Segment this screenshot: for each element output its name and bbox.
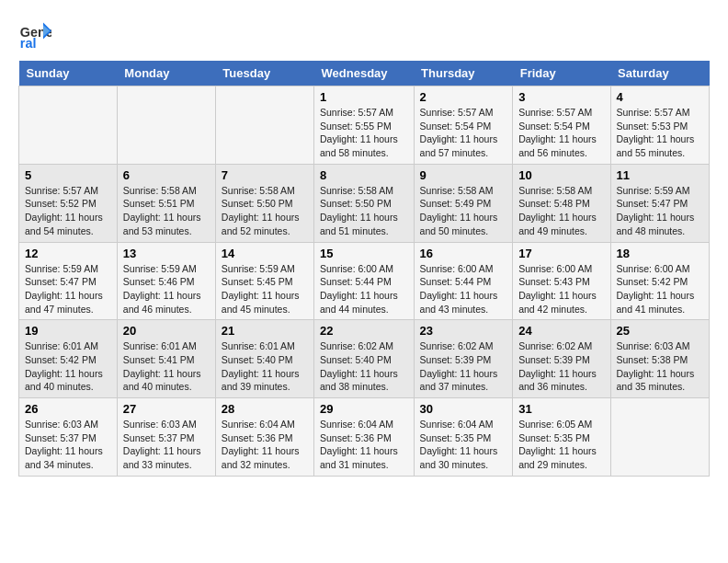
day-number: 2 [420, 90, 507, 104]
day-info: Sunrise: 6:00 AM Sunset: 5:42 PM Dayligh… [617, 262, 703, 316]
day-info: Sunrise: 6:05 AM Sunset: 5:35 PM Dayligh… [518, 418, 604, 472]
day-cell: 4Sunrise: 5:57 AM Sunset: 5:53 PM Daylig… [610, 86, 709, 165]
day-info: Sunrise: 5:58 AM Sunset: 5:48 PM Dayligh… [518, 184, 604, 238]
page-header: Gene ral [18, 18, 710, 52]
day-cell: 6Sunrise: 5:58 AM Sunset: 5:51 PM Daylig… [117, 164, 215, 242]
day-number: 23 [420, 324, 507, 338]
day-info: Sunrise: 6:04 AM Sunset: 5:36 PM Dayligh… [222, 418, 308, 472]
day-number: 31 [518, 402, 604, 416]
day-number: 26 [25, 402, 111, 416]
day-number: 10 [518, 168, 604, 182]
day-cell [19, 86, 118, 165]
day-number: 13 [123, 247, 210, 260]
day-number: 12 [25, 247, 111, 260]
day-cell: 14Sunrise: 5:59 AM Sunset: 5:45 PM Dayli… [215, 242, 313, 320]
day-info: Sunrise: 6:01 AM Sunset: 5:41 PM Dayligh… [123, 339, 210, 394]
logo-icon: Gene ral [18, 18, 51, 52]
day-cell: 3Sunrise: 5:57 AM Sunset: 5:54 PM Daylig… [513, 86, 610, 165]
weekday-thursday: Thursday [414, 61, 513, 86]
day-cell: 31Sunrise: 6:05 AM Sunset: 5:35 PM Dayli… [513, 398, 610, 477]
day-info: Sunrise: 6:03 AM Sunset: 5:37 PM Dayligh… [123, 418, 210, 472]
day-number: 28 [222, 402, 308, 416]
day-number: 24 [518, 324, 604, 338]
day-cell: 27Sunrise: 6:03 AM Sunset: 5:37 PM Dayli… [117, 398, 215, 477]
day-info: Sunrise: 5:59 AM Sunset: 5:45 PM Dayligh… [222, 262, 308, 316]
day-cell: 19Sunrise: 6:01 AM Sunset: 5:42 PM Dayli… [19, 320, 118, 398]
day-cell [215, 86, 313, 165]
day-info: Sunrise: 6:01 AM Sunset: 5:40 PM Dayligh… [222, 339, 308, 394]
day-cell: 21Sunrise: 6:01 AM Sunset: 5:40 PM Dayli… [215, 320, 313, 398]
day-cell [117, 86, 215, 165]
day-cell: 15Sunrise: 6:00 AM Sunset: 5:44 PM Dayli… [314, 242, 415, 320]
day-cell: 30Sunrise: 6:04 AM Sunset: 5:35 PM Dayli… [414, 398, 513, 477]
day-number: 14 [222, 247, 308, 260]
weekday-header-row: SundayMondayTuesdayWednesdayThursdayFrid… [19, 61, 710, 86]
day-number: 5 [25, 168, 111, 182]
week-row-5: 26Sunrise: 6:03 AM Sunset: 5:37 PM Dayli… [19, 398, 710, 477]
day-info: Sunrise: 6:03 AM Sunset: 5:37 PM Dayligh… [25, 418, 111, 472]
day-cell: 22Sunrise: 6:02 AM Sunset: 5:40 PM Dayli… [314, 320, 415, 398]
day-cell [610, 398, 709, 477]
day-info: Sunrise: 5:57 AM Sunset: 5:53 PM Dayligh… [617, 106, 703, 160]
day-cell: 13Sunrise: 5:59 AM Sunset: 5:46 PM Dayli… [117, 242, 215, 320]
day-number: 17 [518, 247, 604, 260]
day-number: 29 [320, 402, 408, 416]
day-info: Sunrise: 5:59 AM Sunset: 5:46 PM Dayligh… [123, 262, 210, 316]
calendar-body: 1Sunrise: 5:57 AM Sunset: 5:55 PM Daylig… [19, 86, 710, 477]
weekday-friday: Friday [513, 61, 610, 86]
day-info: Sunrise: 5:57 AM Sunset: 5:54 PM Dayligh… [420, 106, 507, 160]
day-cell: 17Sunrise: 6:00 AM Sunset: 5:43 PM Dayli… [513, 242, 610, 320]
day-info: Sunrise: 6:04 AM Sunset: 5:35 PM Dayligh… [420, 418, 507, 472]
day-info: Sunrise: 5:57 AM Sunset: 5:52 PM Dayligh… [25, 184, 111, 238]
weekday-wednesday: Wednesday [314, 61, 415, 86]
day-cell: 5Sunrise: 5:57 AM Sunset: 5:52 PM Daylig… [19, 164, 118, 242]
day-number: 25 [617, 324, 703, 338]
day-cell: 16Sunrise: 6:00 AM Sunset: 5:44 PM Dayli… [414, 242, 513, 320]
logo: Gene ral [18, 18, 55, 52]
day-info: Sunrise: 5:58 AM Sunset: 5:49 PM Dayligh… [420, 184, 507, 238]
day-number: 15 [320, 247, 408, 260]
day-info: Sunrise: 6:02 AM Sunset: 5:39 PM Dayligh… [420, 339, 507, 394]
day-number: 4 [617, 90, 703, 104]
day-cell: 9Sunrise: 5:58 AM Sunset: 5:49 PM Daylig… [414, 164, 513, 242]
day-cell: 7Sunrise: 5:58 AM Sunset: 5:50 PM Daylig… [215, 164, 313, 242]
day-number: 18 [617, 247, 703, 260]
day-cell: 20Sunrise: 6:01 AM Sunset: 5:41 PM Dayli… [117, 320, 215, 398]
day-number: 21 [222, 324, 308, 338]
day-number: 16 [420, 247, 507, 260]
weekday-sunday: Sunday [19, 61, 118, 86]
day-info: Sunrise: 5:59 AM Sunset: 5:47 PM Dayligh… [25, 262, 111, 316]
day-number: 11 [617, 168, 703, 182]
day-number: 30 [420, 402, 507, 416]
week-row-3: 12Sunrise: 5:59 AM Sunset: 5:47 PM Dayli… [19, 242, 710, 320]
day-number: 22 [320, 324, 408, 338]
calendar-table: SundayMondayTuesdayWednesdayThursdayFrid… [18, 61, 710, 477]
day-info: Sunrise: 5:57 AM Sunset: 5:55 PM Dayligh… [320, 106, 408, 160]
day-info: Sunrise: 6:04 AM Sunset: 5:36 PM Dayligh… [320, 418, 408, 472]
week-row-1: 1Sunrise: 5:57 AM Sunset: 5:55 PM Daylig… [19, 86, 710, 165]
day-number: 27 [123, 402, 210, 416]
day-info: Sunrise: 6:00 AM Sunset: 5:44 PM Dayligh… [420, 262, 507, 316]
weekday-saturday: Saturday [610, 61, 709, 86]
day-cell: 26Sunrise: 6:03 AM Sunset: 5:37 PM Dayli… [19, 398, 118, 477]
day-info: Sunrise: 6:03 AM Sunset: 5:38 PM Dayligh… [617, 339, 703, 394]
weekday-tuesday: Tuesday [215, 61, 313, 86]
day-cell: 10Sunrise: 5:58 AM Sunset: 5:48 PM Dayli… [513, 164, 610, 242]
day-info: Sunrise: 6:02 AM Sunset: 5:39 PM Dayligh… [518, 339, 604, 394]
day-cell: 28Sunrise: 6:04 AM Sunset: 5:36 PM Dayli… [215, 398, 313, 477]
weekday-monday: Monday [117, 61, 215, 86]
day-number: 6 [123, 168, 210, 182]
day-cell: 12Sunrise: 5:59 AM Sunset: 5:47 PM Dayli… [19, 242, 118, 320]
day-number: 20 [123, 324, 210, 338]
day-info: Sunrise: 6:00 AM Sunset: 5:44 PM Dayligh… [320, 262, 408, 316]
day-info: Sunrise: 5:58 AM Sunset: 5:51 PM Dayligh… [123, 184, 210, 238]
day-cell: 1Sunrise: 5:57 AM Sunset: 5:55 PM Daylig… [314, 86, 415, 165]
day-info: Sunrise: 5:57 AM Sunset: 5:54 PM Dayligh… [518, 106, 604, 160]
week-row-2: 5Sunrise: 5:57 AM Sunset: 5:52 PM Daylig… [19, 164, 710, 242]
week-row-4: 19Sunrise: 6:01 AM Sunset: 5:42 PM Dayli… [19, 320, 710, 398]
day-cell: 2Sunrise: 5:57 AM Sunset: 5:54 PM Daylig… [414, 86, 513, 165]
day-number: 7 [222, 168, 308, 182]
day-number: 3 [518, 90, 604, 104]
day-info: Sunrise: 6:00 AM Sunset: 5:43 PM Dayligh… [518, 262, 604, 316]
day-number: 8 [320, 168, 408, 182]
